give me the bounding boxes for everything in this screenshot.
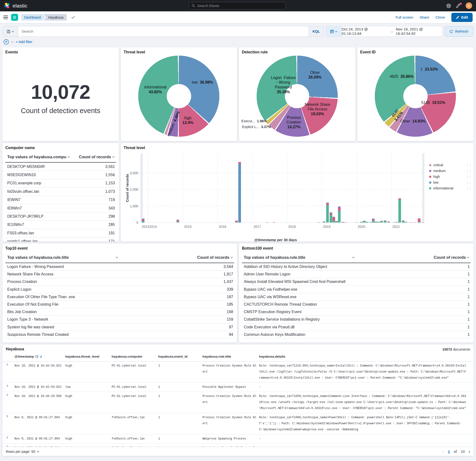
column-header-computer[interactable]: hayabusa.computer: [112, 355, 158, 358]
breadcrumb-dashboard[interactable]: Dashboard: [21, 14, 45, 21]
legend-actions-icon[interactable]: ⋮⋮: [466, 175, 472, 179]
edit-button[interactable]: Edit: [451, 13, 473, 22]
event-id-donut-chart[interactable]: 1 23.53%5145 19.51%Other 14.93%46483.41%…: [375, 56, 456, 137]
table-row[interactable]: DESKTOP-JR78RLP298: [5, 212, 116, 221]
saved-query-button[interactable]: [3, 26, 18, 36]
table-row[interactable]: System log file was cleared97: [5, 324, 234, 331]
search-input[interactable]: [18, 26, 309, 36]
column-header-count[interactable]: Count of records: [197, 255, 234, 260]
row-label[interactable]: IEWIN7: [5, 198, 21, 202]
table-row[interactable]: Network Share File Access1,917: [5, 271, 234, 278]
column-header-details[interactable]: hayabusa.details: [259, 355, 470, 358]
table-row[interactable]: IEWIN7719: [5, 196, 116, 204]
column-header-rule-title[interactable]: hayabusa.rule.title: [203, 355, 259, 358]
row-label[interactable]: PC01.example.corp: [5, 181, 41, 185]
legend-actions-icon[interactable]: ⋮⋮: [466, 169, 472, 173]
row-label[interactable]: CobaltStrike Service Installations in Re…: [242, 317, 320, 322]
menu-icon[interactable]: [3, 16, 8, 19]
table-row[interactable]: Bypass UAC via Fodhelper.exe1: [242, 286, 471, 293]
row-label[interactable]: Commun Autorun Keys Modification: [242, 333, 305, 337]
add-filter-button[interactable]: + Add filter: [16, 40, 32, 44]
expand-row-button[interactable]: [6, 413, 15, 434]
table-row[interactable]: Addition of SID History to Active Direct…: [242, 263, 471, 271]
legend-item-critical[interactable]: critical⋮⋮: [429, 163, 472, 167]
table-row[interactable]: Admin User Remote Logon1: [242, 271, 471, 278]
document-row[interactable]: Nov 18, 2021 @ 16:42:54.822highPC-01.cyb…: [2, 361, 474, 383]
row-label[interactable]: Bits Job Creation: [5, 310, 37, 314]
row-label[interactable]: DESKTOP-M5SN04R: [5, 164, 45, 169]
threat-level-donut-chart[interactable]: low 36.98%high13.4%medium 4.46%informati…: [138, 56, 219, 137]
table-row[interactable]: IE10Win7285: [5, 221, 116, 229]
rows-per-page-button[interactable]: Rows per page: 50: [6, 450, 39, 453]
expand-row-button[interactable]: [6, 435, 15, 443]
row-label[interactable]: Explicit Logon: [5, 287, 31, 292]
row-label[interactable]: Logon Failure - Wrong Password: [5, 265, 64, 269]
table-row[interactable]: Explicit Logon339: [5, 286, 234, 293]
user-avatar[interactable]: e: [466, 2, 472, 9]
column-header-count[interactable]: Count of records: [434, 255, 471, 260]
table-row[interactable]: FS03.offsec.lan191: [5, 229, 116, 237]
table-row[interactable]: CMSTP Execution Registry Event1: [242, 308, 471, 316]
column-header-threat-level[interactable]: hayabusa.threat_level: [65, 355, 112, 358]
kql-language-button[interactable]: KQL: [309, 26, 323, 36]
expand-row-button[interactable]: [6, 392, 15, 413]
row-label[interactable]: Admin User Remote Logon: [242, 272, 290, 276]
column-header-rule-title[interactable]: Top values of hayabusa.rule.title: [5, 255, 120, 260]
table-row[interactable]: MSEDGEWIN101,556: [5, 171, 116, 179]
row-label[interactable]: Code Execution via Pcwutl.dll: [242, 325, 295, 329]
row-label[interactable]: Network Share File Access: [5, 272, 53, 276]
filter-icon[interactable]: [3, 39, 9, 45]
legend-actions-icon[interactable]: ⋮⋮: [466, 187, 472, 190]
row-label[interactable]: IE8Win7: [5, 206, 22, 210]
table-row[interactable]: Process Creation1,437: [5, 278, 234, 286]
saved-check-icon[interactable]: [71, 15, 75, 19]
row-label[interactable]: Execution Of Not Existing File: [5, 302, 59, 307]
legend-actions-icon[interactable]: ⋮⋮: [466, 181, 472, 184]
document-row[interactable]: Nov 9, 2021 @ 00:01:27.604highfs03vuln.o…: [2, 435, 474, 444]
row-label[interactable]: Addition of SID History to Active Direct…: [242, 265, 327, 269]
expand-row-button[interactable]: [6, 383, 15, 392]
row-label[interactable]: Always Install Elevated MSI Spawned Cmd …: [242, 280, 346, 284]
detection-rule-donut-chart[interactable]: Other26.09%Network ShareFile Access19.03…: [257, 56, 338, 137]
column-header-count[interactable]: Count of records: [79, 155, 116, 159]
date-range-end[interactable]: Nov 18, 2021 @ 16:42:54.82: [396, 27, 442, 36]
legend-item-low[interactable]: low⋮⋮: [429, 180, 472, 184]
global-search-input[interactable]: Search Elastic: [189, 2, 286, 9]
table-row[interactable]: Commun Autorun Keys Modification1: [242, 331, 471, 339]
document-row[interactable]: Nov 9, 2021 @ 00:01:27.604highfs03vuln.o…: [2, 413, 474, 435]
time-chart[interactable]: 01,0002,0003,000201320142015201620172018…: [122, 151, 429, 242]
row-label[interactable]: CMSTP Execution Registry Event: [242, 310, 302, 314]
table-row[interactable]: CACTUSTORCH Remote Thread Creation1: [242, 301, 471, 308]
date-range-start[interactable]: Oct 24, 2013 @ 01:16:13.84: [342, 27, 387, 36]
stacked-bar-chart[interactable]: 01,0002,0003,000201320142015201620172018…: [122, 151, 429, 236]
table-row[interactable]: fs03vuln.offsec.lan1,073: [5, 188, 116, 196]
table-row[interactable]: Code Execution via Pcwutl.dll1: [242, 324, 471, 331]
refresh-button[interactable]: Refresh: [445, 26, 473, 37]
share-link[interactable]: Share: [419, 15, 429, 19]
legend-actions-icon[interactable]: ⋮⋮: [466, 163, 472, 167]
row-label[interactable]: System log file was cleared: [5, 325, 54, 329]
previous-page-button[interactable]: ‹: [442, 449, 444, 454]
expand-row-button[interactable]: [6, 361, 15, 383]
newsfeed-icon[interactable]: [456, 3, 461, 8]
table-row[interactable]: rootdc1.offsec.lan171: [5, 238, 116, 242]
row-label[interactable]: Suspicious Remote Thread Created: [5, 333, 69, 337]
table-row[interactable]: Bypass UAC via WSReset.exe1: [242, 293, 471, 301]
legend-item-medium[interactable]: medium⋮⋮: [429, 169, 472, 173]
document-row[interactable]: Nov 18, 2021 @ 16:42:54.822lowPC-01.cybe…: [2, 383, 474, 392]
table-row[interactable]: Always Install Elevated MSI Spawned Cmd …: [242, 278, 471, 286]
column-header-rule-title[interactable]: Top values of hayabusa.rule.title: [242, 255, 357, 260]
table-row[interactable]: IE8Win7343: [5, 204, 116, 212]
row-label[interactable]: IE10Win7: [5, 222, 24, 227]
breadcrumb-current[interactable]: Hayabusa: [43, 14, 67, 21]
row-label[interactable]: DESKTOP-JR78RLP: [5, 214, 43, 219]
row-label[interactable]: Logon Type 3 - Network: [5, 317, 48, 322]
column-header-timestamp[interactable]: @timestamp: [15, 355, 65, 358]
column-header-computer[interactable]: Top values of hayabusa.compu: [5, 155, 72, 159]
elastic-logo[interactable]: elastic: [4, 2, 27, 9]
row-label[interactable]: Bypass UAC via WSReset.exe: [242, 295, 297, 299]
row-label[interactable]: fs03vuln.offsec.lan: [5, 189, 39, 194]
table-row[interactable]: Suspicious Remote Thread Created94: [5, 331, 234, 339]
legend-item-informational[interactable]: informational⋮⋮: [429, 186, 472, 190]
row-label[interactable]: FS03.offsec.lan: [5, 231, 34, 235]
